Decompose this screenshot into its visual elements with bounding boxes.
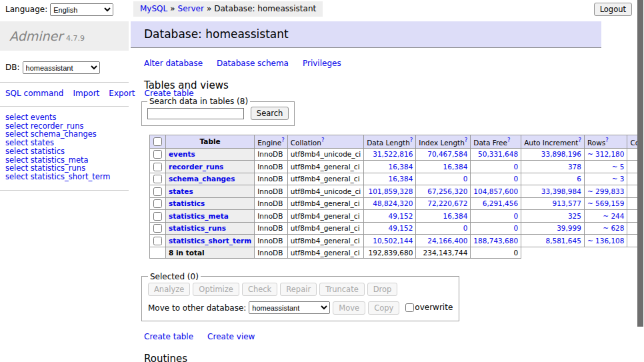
index-length-link[interactable]: 16,384 [443,212,468,220]
index-length-link[interactable]: 16,384 [443,163,468,171]
table-link-states[interactable]: states [169,187,193,195]
db-select[interactable]: homeassistant [23,61,100,74]
help-link[interactable]: ? [465,137,468,143]
data-length-link[interactable]: 16,384 [389,163,413,171]
data-free-link[interactable]: 0 [513,175,518,183]
sidebar-actions-section: SQL commandImportExportCreate table [0,83,129,107]
scrollbar[interactable] [637,0,644,362]
row-checkbox[interactable] [153,163,162,171]
breadcrumb-link-mysql[interactable]: MySQL [140,4,167,13]
link-create-view[interactable]: Create view [207,332,255,341]
rows-link[interactable]: ~ 628 [603,224,624,232]
copy-button[interactable]: Copy [368,301,399,315]
row-checkbox[interactable] [153,150,162,159]
rows-cell: ~ 569,159 [584,197,627,210]
repair-button[interactable]: Repair [280,283,317,296]
sidebar-item-select-statistics-short-term[interactable]: select statistics_short_term [5,173,123,181]
search-input[interactable] [147,108,244,119]
language-select[interactable]: English [50,3,113,16]
link-database-schema[interactable]: Database schema [217,59,289,68]
help-link[interactable]: ? [605,137,609,143]
move-db-select[interactable]: homeassistant [249,301,330,314]
data-length-link[interactable]: 10,502,144 [373,237,413,245]
data-free-link[interactable]: 188,743,680 [473,237,518,245]
rows-link[interactable]: ~ 136,108 [587,237,625,245]
breadcrumb-link-server[interactable]: Server [178,4,204,13]
row-checkbox[interactable] [153,187,162,196]
row-checkbox[interactable] [153,212,162,221]
data-length-link[interactable]: 16,384 [389,175,413,183]
rows-link[interactable]: ~ 3 [612,175,625,183]
help-link[interactable]: ? [410,137,413,143]
data-free-link[interactable]: 50,331,648 [478,150,518,158]
table-row: eventsInnoDButf8mb4_unicode_ci31,522,816… [150,148,644,161]
rows-link[interactable]: ~ 312,180 [587,150,625,158]
index-length-link[interactable]: 0 [463,224,468,232]
table-link-events[interactable]: events [169,150,195,158]
table-link-statistics-short-term[interactable]: statistics_short_term [169,237,251,245]
data-free-link[interactable]: 104,857,600 [473,187,518,195]
scrollbar-thumb[interactable] [637,0,643,327]
overwrite-checkbox[interactable] [405,303,414,312]
link-alter-database[interactable]: Alter database [144,59,203,68]
data-free-link[interactable]: 6,291,456 [483,199,518,207]
auto-increment-link[interactable]: 8,581,645 [545,237,581,245]
data-free-link[interactable]: 0 [513,224,518,232]
data-length-link[interactable]: 101,859,328 [369,187,413,195]
row-checkbox[interactable] [153,175,162,183]
sidebar-item-sql-command[interactable]: SQL command [5,89,63,98]
data-free-link[interactable]: 0 [513,163,518,171]
row-checkbox[interactable] [153,237,162,245]
truncate-button[interactable]: Truncate [319,283,365,296]
check-button[interactable]: Check [242,283,277,296]
table-link-statistics-runs[interactable]: statistics_runs [169,224,226,232]
auto-increment-link[interactable]: 378 [568,163,581,171]
link-privileges[interactable]: Privileges [303,59,341,68]
help-link[interactable]: ? [281,137,285,143]
sidebar-item-select-states[interactable]: select states [5,139,123,147]
data-length-link[interactable]: 48,824,320 [373,199,413,207]
auto-increment-link[interactable]: 33,398,984 [541,187,581,195]
index-length-link[interactable]: 70,467,584 [427,150,467,158]
data-length-link[interactable]: 49,152 [389,212,413,220]
link-create-table[interactable]: Create table [144,332,193,341]
sidebar-item-select-events[interactable]: select events [5,113,123,122]
overwrite-label: overwrite [415,303,453,312]
rows-link[interactable]: ~ 299,833 [587,187,625,195]
table-link-statistics-meta[interactable]: statistics_meta [169,212,229,220]
optimize-button[interactable]: Optimize [193,283,239,296]
auto-increment-link[interactable]: 33,898,196 [541,150,581,158]
table-link-recorder-runs[interactable]: recorder_runs [169,163,223,171]
auto-increment-link[interactable]: 6 [577,175,581,183]
index-length-link[interactable]: 24,166,400 [427,237,467,245]
rows-link[interactable]: ~ 569,159 [587,199,625,207]
row-checkbox[interactable] [153,224,162,233]
move-button[interactable]: Move [333,301,365,315]
rows-link[interactable]: ~ 5 [612,163,625,171]
data-length-cell: 31,522,816 [364,148,416,161]
index-length-link[interactable]: 0 [463,175,468,183]
rows-link[interactable]: ~ 244 [603,212,624,220]
table-link-schema-changes[interactable]: schema_changes [169,175,235,183]
data-length-link[interactable]: 31,522,816 [373,150,413,158]
auto-increment-link[interactable]: 325 [568,212,581,220]
sidebar-item-import[interactable]: Import [73,89,99,98]
data-length-link[interactable]: 49,152 [389,224,413,232]
collation-cell: utf8mb4_general_ci [287,210,363,223]
sidebar-item-select-statistics[interactable]: select statistics [5,147,123,156]
row-checkbox[interactable] [153,199,162,208]
data-free-link[interactable]: 0 [513,212,518,220]
select-all-checkbox[interactable] [153,137,162,146]
help-link[interactable]: ? [578,137,581,143]
auto-increment-link[interactable]: 913,577 [553,199,581,207]
analyze-button[interactable]: Analyze [148,283,190,296]
help-link[interactable]: ? [507,137,511,143]
auto-increment-link[interactable]: 39,999 [557,224,581,232]
table-link-statistics[interactable]: statistics [169,199,205,207]
data-free-cell: 0 [471,210,521,223]
help-link[interactable]: ? [321,137,325,143]
drop-button[interactable]: Drop [367,283,398,296]
index-length-link[interactable]: 67,256,320 [427,187,467,195]
search-button[interactable]: Search [251,107,289,120]
index-length-link[interactable]: 72,220,672 [427,199,467,207]
